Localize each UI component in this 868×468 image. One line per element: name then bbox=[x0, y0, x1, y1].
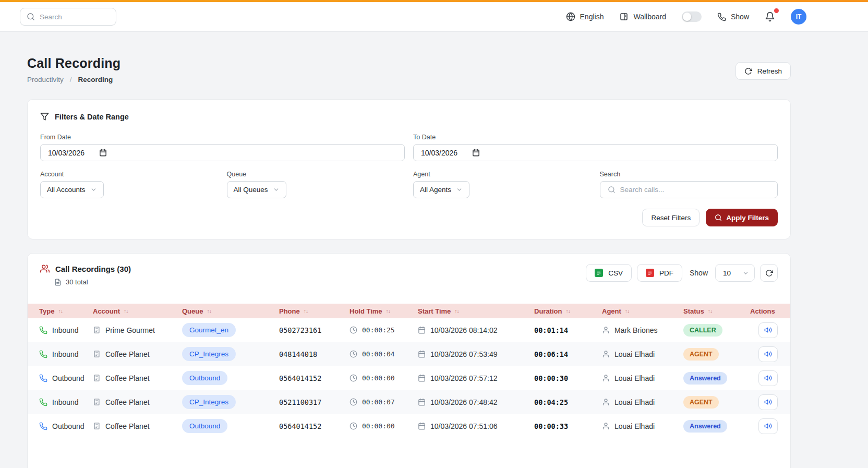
breadcrumb-current: Recording bbox=[78, 76, 113, 83]
person-icon bbox=[602, 350, 610, 358]
agent-select[interactable]: All Agents bbox=[413, 181, 469, 198]
sort-icon[interactable]: ↑↓ bbox=[207, 308, 211, 314]
play-recording-button[interactable] bbox=[758, 418, 778, 434]
column-header-queue[interactable]: Queue↑↓ bbox=[177, 307, 274, 315]
queue-select[interactable]: All Queues bbox=[227, 181, 286, 198]
breadcrumb: Productivity / Recording bbox=[27, 76, 120, 83]
play-recording-button[interactable] bbox=[758, 322, 778, 338]
sort-icon[interactable]: ↑↓ bbox=[304, 308, 308, 314]
chevron-down-icon bbox=[273, 186, 280, 193]
global-search[interactable] bbox=[20, 8, 116, 26]
play-recording-button[interactable] bbox=[758, 394, 778, 410]
call-direction-icon bbox=[39, 326, 47, 334]
clock-icon bbox=[349, 350, 357, 358]
pdf-label: PDF bbox=[659, 269, 673, 277]
hold-time-cell: 00:00:00 bbox=[344, 422, 413, 430]
sort-icon[interactable]: ↑↓ bbox=[58, 308, 63, 314]
to-date-input[interactable]: 10/03/2026 bbox=[413, 144, 778, 161]
table-row[interactable]: Inbound Coffee Planet CP_Integres 048144… bbox=[28, 342, 790, 366]
sort-icon[interactable]: ↑↓ bbox=[454, 308, 459, 314]
from-date-input[interactable]: 10/03/2026 bbox=[40, 144, 405, 161]
start-time-cell: 10/03/2026 07:53:49 bbox=[413, 350, 529, 358]
column-header-actions: Actions bbox=[745, 307, 791, 315]
call-type-label: Outbound bbox=[52, 422, 85, 430]
play-recording-button[interactable] bbox=[758, 346, 778, 362]
theme-toggle[interactable] bbox=[682, 11, 702, 22]
calendar-icon[interactable] bbox=[472, 149, 480, 157]
refresh-icon bbox=[744, 67, 752, 75]
notification-dot bbox=[774, 8, 779, 13]
table-refresh-button[interactable] bbox=[760, 264, 778, 282]
csv-label: CSV bbox=[608, 269, 623, 277]
show-label: Show bbox=[690, 269, 708, 277]
start-time: 10/03/2026 07:57:12 bbox=[430, 374, 497, 382]
column-header-status[interactable]: Status↑↓ bbox=[678, 307, 745, 315]
table-row[interactable]: Inbound Prime Gourmet Gourmet_en 0502723… bbox=[28, 318, 790, 342]
speaker-icon bbox=[764, 326, 772, 334]
account-cell: Coffee Planet bbox=[88, 398, 177, 406]
notifications-button[interactable] bbox=[765, 11, 775, 22]
sort-icon[interactable]: ↑↓ bbox=[708, 308, 713, 314]
file-icon bbox=[54, 279, 62, 286]
show-phone-button[interactable]: Show bbox=[717, 13, 749, 21]
language-selector[interactable]: English bbox=[566, 12, 604, 21]
sort-icon[interactable]: ↑↓ bbox=[565, 308, 570, 314]
duration: 00:01:14 bbox=[529, 326, 597, 334]
clock-icon bbox=[349, 422, 357, 430]
reset-filters-button[interactable]: Reset Filters bbox=[642, 209, 700, 226]
call-direction-icon bbox=[39, 422, 47, 430]
play-recording-button[interactable] bbox=[758, 370, 778, 386]
column-header-type[interactable]: Type↑↓ bbox=[28, 307, 88, 315]
search-icon bbox=[715, 214, 722, 221]
agent-name: Mark Briones bbox=[614, 326, 657, 334]
status-cell: AGENT bbox=[678, 396, 745, 409]
global-search-input[interactable] bbox=[40, 13, 102, 21]
wallboard-link[interactable]: Wallboard bbox=[619, 12, 666, 21]
hold-time-cell: 00:00:00 bbox=[344, 374, 413, 382]
sort-icon[interactable]: ↑↓ bbox=[124, 308, 128, 314]
calls-search-input[interactable] bbox=[620, 186, 770, 194]
sort-icon[interactable]: ↑↓ bbox=[386, 308, 391, 314]
account-select[interactable]: All Accounts bbox=[40, 181, 104, 198]
page-size-select[interactable]: 10 bbox=[715, 264, 755, 282]
hold-time: 00:00:07 bbox=[362, 398, 395, 406]
calls-search[interactable] bbox=[600, 181, 778, 198]
refresh-button[interactable]: Refresh bbox=[736, 62, 791, 80]
column-header-account[interactable]: Account↑↓ bbox=[88, 307, 177, 315]
calendar-icon bbox=[418, 374, 426, 382]
building-icon bbox=[93, 398, 101, 406]
agent-name: Louai Elhadi bbox=[614, 374, 655, 382]
filters-title-row: Filters & Date Range bbox=[40, 112, 778, 121]
table-row[interactable]: Outbound Coffee Planet Outbound 05640141… bbox=[28, 414, 790, 438]
hold-time: 00:00:25 bbox=[362, 326, 395, 334]
from-date-label: From Date bbox=[40, 134, 405, 141]
recordings-card: Call Recordings (30) 30 total CSV bbox=[27, 253, 791, 468]
apply-filters-button[interactable]: Apply Filters bbox=[706, 209, 778, 226]
sort-icon[interactable]: ↑↓ bbox=[625, 308, 630, 314]
account-label: Account bbox=[40, 171, 219, 178]
column-header-hold-time[interactable]: Hold Time↑↓ bbox=[344, 307, 413, 315]
column-header-start-time[interactable]: Start Time↑↓ bbox=[413, 307, 529, 315]
table-row[interactable]: Inbound Coffee Planet CP_Integres 052110… bbox=[28, 390, 790, 414]
export-csv-button[interactable]: CSV bbox=[586, 264, 632, 282]
table-row[interactable]: Outbound Coffee Planet Outbound 05640141… bbox=[28, 366, 790, 390]
table-header-row: Type↑↓Account↑↓Queue↑↓Phone↑↓Hold Time↑↓… bbox=[28, 304, 790, 318]
funnel-icon bbox=[40, 112, 49, 121]
queue-cell: Gourmet_en bbox=[177, 323, 274, 337]
breadcrumb-section[interactable]: Productivity bbox=[27, 76, 64, 83]
calendar-icon bbox=[418, 398, 426, 406]
account-label: Prime Gourmet bbox=[105, 326, 155, 334]
avatar[interactable]: IT bbox=[791, 9, 806, 25]
account-cell: Prime Gourmet bbox=[88, 326, 177, 334]
account-cell: Coffee Planet bbox=[88, 422, 177, 430]
calendar-icon[interactable] bbox=[99, 149, 107, 157]
queue-cell: Outbound bbox=[177, 419, 274, 433]
export-pdf-button[interactable]: PDF bbox=[637, 264, 682, 282]
column-header-duration[interactable]: Duration↑↓ bbox=[529, 307, 597, 315]
search-label: Search bbox=[600, 171, 778, 178]
calendar-icon bbox=[418, 422, 426, 430]
column-header-agent[interactable]: Agent↑↓ bbox=[597, 307, 678, 315]
actions-cell bbox=[745, 322, 791, 338]
call-type-label: Outbound bbox=[52, 374, 85, 382]
column-header-phone[interactable]: Phone↑↓ bbox=[274, 307, 344, 315]
